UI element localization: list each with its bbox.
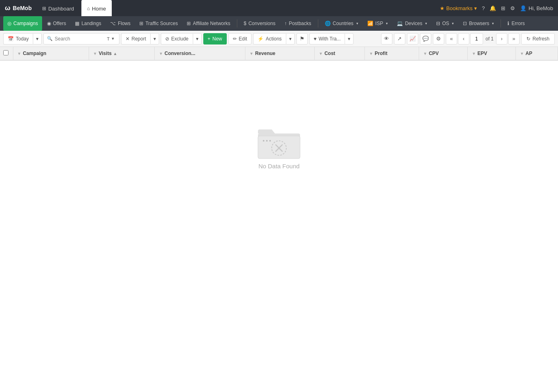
with-tra-dropdown[interactable]: ▾	[345, 33, 354, 44]
flag-btn[interactable]: ⚑	[296, 33, 308, 44]
tab-dashboard[interactable]: ⊞ Dashboard	[36, 0, 80, 16]
refresh-btn[interactable]: ↻ Refresh	[521, 33, 555, 44]
new-label: New	[213, 36, 222, 42]
isp-icon: 📶	[367, 21, 373, 26]
search-type-label: T	[107, 36, 110, 41]
user-menu[interactable]: 👤 Hi, BeMob	[520, 5, 553, 11]
new-btn[interactable]: + New	[203, 33, 227, 44]
exclude-btn[interactable]: ⊘ Exclude	[161, 33, 193, 44]
report-chevron: ▾	[153, 36, 156, 42]
col-cpv[interactable]: ▼ CPV	[419, 47, 468, 60]
report-btn[interactable]: ✕ Report	[121, 33, 150, 44]
os-icon: ⊟	[436, 21, 440, 26]
cpv-col-label: CPV	[429, 51, 439, 56]
nav-os[interactable]: ⊟ OS ▾	[432, 16, 458, 31]
campaign-filter-icon: ▼	[17, 51, 21, 56]
comment-btn[interactable]: 💬	[420, 33, 431, 44]
empty-folder-icon	[255, 122, 303, 163]
epv-col-label: EPV	[477, 51, 487, 56]
col-revenue[interactable]: ▼ Revenue	[245, 47, 315, 60]
conversions-filter-icon: ▼	[159, 51, 163, 56]
browsers-label: Browsers	[469, 21, 489, 26]
report-dropdown[interactable]: ▾	[150, 33, 159, 44]
empty-state-text: No Data Found	[258, 163, 300, 170]
col-visits[interactable]: ▼ Visits ▲	[89, 47, 155, 60]
top-bar-right: ★ Bookmarks ▾ ? 🔔 ⊞ ⚙ 👤 Hi, BeMob	[440, 5, 553, 11]
date-picker-btn[interactable]: 📅 Today	[3, 33, 33, 44]
ap-filter-icon: ▼	[520, 51, 524, 56]
prev-page-btn[interactable]: ‹	[458, 33, 469, 44]
logo-text: BeMob	[13, 5, 32, 11]
settings-btn[interactable]: ⚙	[433, 33, 444, 44]
campaigns-label: Campaigns	[13, 21, 38, 26]
nav-errors[interactable]: ℹ Errors	[503, 16, 529, 31]
chart-btn[interactable]: 📈	[407, 33, 418, 44]
next-page-icon: ›	[501, 36, 503, 42]
heart-icon: ♥	[314, 36, 317, 42]
nav-flows[interactable]: ⌥ Flows	[106, 16, 134, 31]
traffic-sources-icon: ⊞	[139, 21, 143, 26]
countries-label: Countries	[333, 21, 354, 26]
with-tra-btn[interactable]: ♥ With Tra...	[309, 33, 345, 44]
toolbar: 📅 Today ▾ 🔍 T ▾ ✕ Report ▾ ⊘ Exclude ▾	[0, 31, 558, 47]
search-input[interactable]	[55, 36, 103, 42]
settings-icon[interactable]: ⚙	[510, 5, 515, 11]
nav-conversions[interactable]: $ Conversions	[240, 16, 279, 31]
user-label: Hi, BeMob	[528, 5, 553, 11]
search-icon: 🔍	[47, 36, 53, 41]
cost-filter-icon: ▼	[319, 51, 323, 56]
nav-isp[interactable]: 📶 ISP ▾	[363, 16, 392, 31]
search-box: 🔍 T ▾	[43, 33, 119, 44]
edit-btn[interactable]: ✏ Edit	[228, 33, 252, 44]
select-all-header[interactable]	[0, 47, 13, 60]
user-icon: 👤	[520, 5, 526, 11]
date-picker-dropdown[interactable]: ▾	[33, 33, 42, 44]
browsers-icon: ⊡	[463, 21, 467, 26]
nav-countries[interactable]: 🌐 Countries ▾	[321, 16, 362, 31]
eye-btn[interactable]: 👁	[381, 33, 392, 44]
nav-campaigns[interactable]: ◎ Campaigns	[3, 16, 42, 31]
next-page-btn[interactable]: ›	[496, 33, 507, 44]
col-campaign[interactable]: ▼ Campaign	[13, 47, 89, 60]
first-page-btn[interactable]: «	[446, 33, 457, 44]
col-conversions[interactable]: ▼ Conversion...	[155, 47, 245, 60]
bookmarks-btn[interactable]: ★ Bookmarks ▾	[440, 5, 477, 11]
tab-home[interactable]: ⌂ Home	[81, 0, 112, 16]
top-bar-left: ω BeMob ⊞ Dashboard ⌂ Home	[5, 0, 112, 16]
select-all-checkbox[interactable]	[3, 50, 9, 55]
exclude-dropdown[interactable]: ▾	[193, 33, 202, 44]
edit-label: Edit	[239, 36, 247, 42]
last-page-btn[interactable]: »	[508, 33, 520, 44]
gear-icon: ⚙	[436, 36, 441, 42]
actions-dropdown[interactable]: ▾	[286, 33, 295, 44]
col-ap[interactable]: ▼ AP	[515, 47, 558, 60]
nav-devices[interactable]: 💻 Devices ▾	[393, 16, 431, 31]
date-label: Today	[16, 36, 29, 42]
dashboard-tab-icon: ⊞	[42, 6, 46, 11]
os-chevron: ▾	[452, 21, 454, 25]
nav-postbacks[interactable]: ↑ Postbacks	[280, 16, 315, 31]
search-type-btn[interactable]: T ▾	[105, 33, 116, 44]
notifications-icon[interactable]: 🔔	[490, 5, 496, 11]
eye-icon: 👁	[384, 36, 389, 42]
affiliate-networks-label: Affiliate Networks	[193, 21, 230, 26]
nav-landings[interactable]: ▦ Landings	[71, 16, 105, 31]
share-btn[interactable]: ↗	[394, 33, 405, 44]
svg-point-3	[266, 140, 268, 142]
actions-btn[interactable]: ⚡ Actions	[253, 33, 285, 44]
nav-browsers[interactable]: ⊡ Browsers ▾	[459, 16, 498, 31]
col-profit[interactable]: ▼ Profit	[365, 47, 419, 60]
page-input[interactable]	[470, 33, 483, 44]
conversions-col-label: Conversion...	[164, 51, 195, 56]
nav-traffic-sources[interactable]: ⊞ Traffic Sources	[135, 16, 182, 31]
help-icon[interactable]: ?	[482, 5, 485, 11]
nav-affiliate-networks[interactable]: ⊞ Affiliate Networks	[183, 16, 234, 31]
col-epv[interactable]: ▼ EPV	[468, 47, 516, 60]
last-page-icon: »	[512, 36, 515, 42]
nav-divider-1	[237, 19, 237, 28]
countries-icon: 🌐	[325, 21, 331, 26]
layout-icon[interactable]: ⊞	[501, 5, 505, 11]
edit-pencil-icon: ✏	[233, 36, 237, 42]
col-cost[interactable]: ▼ Cost	[315, 47, 365, 60]
nav-offers[interactable]: ◉ Offers	[43, 16, 70, 31]
